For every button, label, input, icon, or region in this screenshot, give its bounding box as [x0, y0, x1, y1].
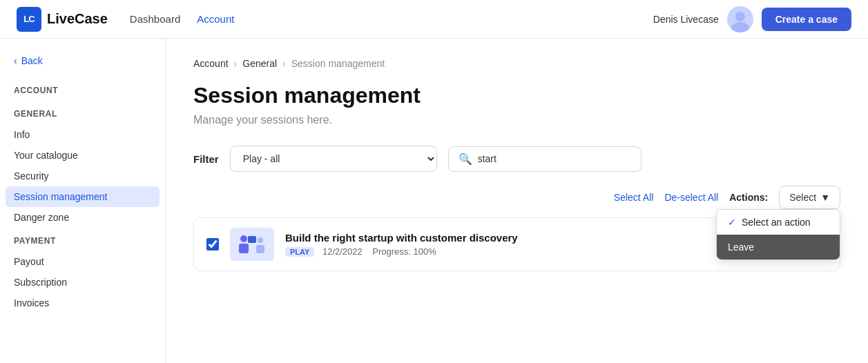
nav-account[interactable]: Account — [197, 13, 234, 25]
sidebar-item-danger-zone[interactable]: Danger zone — [0, 207, 165, 228]
actions-dropdown-wrap: Select ▼ ✓ Select an action Leave — [779, 186, 840, 209]
breadcrumb-account[interactable]: Account — [193, 58, 229, 69]
svg-rect-3 — [230, 228, 274, 261]
check-icon: ✓ — [728, 217, 736, 228]
svg-point-1 — [735, 12, 745, 21]
breadcrumb: Account › General › Session management — [193, 58, 840, 69]
actions-label: Actions: — [729, 192, 768, 203]
play-badge: PLAY — [285, 247, 314, 257]
session-info: Build the right startup with customer di… — [285, 232, 766, 257]
breadcrumb-general[interactable]: General — [242, 58, 277, 69]
svg-rect-5 — [239, 244, 249, 253]
filter-label: Filter — [193, 153, 219, 165]
breadcrumb-current: Session management — [291, 58, 385, 69]
general-section-title: GENERAL — [0, 101, 165, 124]
breadcrumb-sep-2: › — [282, 58, 286, 69]
actions-button[interactable]: Select ▼ — [779, 186, 840, 209]
back-button[interactable]: ‹ Back — [0, 55, 165, 77]
header-right: Denis Livecase Create a case — [653, 6, 851, 32]
actions-btn-label: Select — [789, 192, 816, 203]
svg-point-6 — [258, 237, 263, 243]
header-nav: Dashboard Account — [130, 13, 653, 25]
sidebar-item-info[interactable]: Info — [0, 124, 165, 145]
session-progress: Progress: 100% — [372, 246, 436, 257]
session-date: 12/2/2022 — [322, 246, 363, 257]
page-subtitle: Manage your sessions here. — [193, 114, 840, 126]
toolbar-row: Select All De-select All Actions: Select… — [193, 186, 840, 209]
session-meta: PLAY 12/2/2022 Progress: 100% — [285, 246, 766, 257]
deselect-all-link[interactable]: De-select All — [664, 192, 718, 203]
dropdown-item-leave-label: Leave — [728, 242, 754, 253]
create-case-button[interactable]: Create a case — [762, 8, 851, 31]
sidebar-item-payout[interactable]: Payout — [0, 251, 165, 272]
user-name: Denis Livecase — [653, 14, 719, 25]
page-title: Session management — [193, 83, 840, 108]
logo-text: LiveCase — [47, 11, 108, 27]
account-section-title: ACCOUNT — [0, 77, 165, 101]
sidebar-item-catalogue[interactable]: Your catalogue — [0, 145, 165, 166]
search-input[interactable] — [478, 153, 631, 164]
logo-icon: LC — [17, 7, 41, 32]
select-all-link[interactable]: Select All — [614, 192, 654, 203]
dropdown-item-select-action[interactable]: ✓ Select an action — [717, 210, 840, 235]
svg-rect-8 — [248, 236, 256, 243]
chevron-down-icon: ▼ — [820, 192, 830, 203]
breadcrumb-sep-1: › — [234, 58, 238, 69]
header: LC LiveCase Dashboard Account Denis Live… — [0, 0, 868, 39]
filter-select[interactable]: Play - all All — [230, 146, 437, 172]
sidebar-item-session-management[interactable]: Session management — [6, 186, 160, 207]
avatar — [727, 6, 753, 32]
sidebar-item-security[interactable]: Security — [0, 166, 165, 186]
sidebar: ‹ Back ACCOUNT GENERAL Info Your catalog… — [0, 39, 166, 363]
logo[interactable]: LC LiveCase — [17, 7, 108, 32]
svg-point-4 — [240, 235, 247, 242]
session-title: Build the right startup with customer di… — [285, 232, 766, 244]
actions-dropdown-menu: ✓ Select an action Leave — [716, 209, 840, 260]
payment-section-title: PAYMENT — [0, 228, 165, 251]
sidebar-item-subscription[interactable]: Subscription — [0, 272, 165, 293]
filter-row: Filter Play - all All 🔍 — [193, 146, 840, 172]
back-chevron-icon: ‹ — [14, 55, 17, 66]
search-icon: 🔍 — [459, 153, 472, 166]
svg-rect-7 — [256, 245, 264, 253]
sidebar-item-invoices[interactable]: Invoices — [0, 293, 165, 313]
session-thumbnail — [230, 228, 274, 261]
dropdown-item-select-action-label: Select an action — [742, 217, 811, 228]
layout: ‹ Back ACCOUNT GENERAL Info Your catalog… — [0, 39, 868, 363]
dropdown-item-leave[interactable]: Leave — [717, 235, 840, 259]
search-box: 🔍 — [448, 146, 642, 172]
session-checkbox[interactable] — [206, 238, 219, 251]
nav-dashboard[interactable]: Dashboard — [130, 13, 180, 25]
main-content: Account › General › Session management S… — [166, 39, 868, 363]
